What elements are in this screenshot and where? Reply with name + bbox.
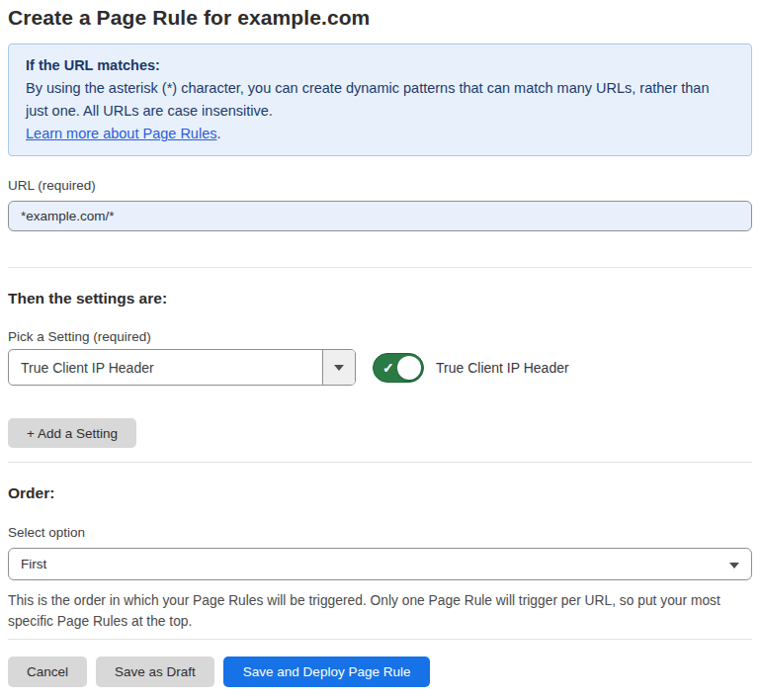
setting-dropdown[interactable]: True Client IP Header (8, 349, 356, 386)
url-input[interactable] (8, 201, 752, 231)
toggle-knob (397, 356, 421, 380)
save-as-draft-button[interactable]: Save as Draft (96, 656, 214, 687)
order-select-value: First (21, 557, 46, 571)
true-client-ip-toggle[interactable]: ✓ (373, 353, 424, 383)
info-box-body: By using the asterisk (*) character, you… (26, 77, 734, 123)
divider (8, 462, 752, 463)
order-select[interactable]: First (8, 548, 752, 580)
footer-actions: Cancel Save as Draft Save and Deploy Pag… (8, 656, 752, 687)
toggle-setting-label: True Client IP Header (436, 360, 569, 376)
save-and-deploy-button[interactable]: Save and Deploy Page Rule (223, 656, 431, 687)
settings-section-heading: Then the settings are: (8, 291, 752, 306)
order-section-heading: Order: (8, 485, 752, 501)
url-matches-info-box: If the URL matches: By using the asteris… (8, 44, 752, 156)
setting-dropdown-value: True Client IP Header (9, 350, 322, 385)
learn-more-link[interactable]: Learn more about Page Rules (26, 126, 216, 141)
info-box-heading: If the URL matches: (26, 54, 734, 77)
cancel-button[interactable]: Cancel (8, 656, 87, 687)
setting-row: True Client IP Header ✓ True Client IP H… (8, 349, 752, 386)
info-box-link-row: Learn more about Page Rules. (26, 123, 734, 145)
check-icon: ✓ (382, 360, 394, 374)
select-option-label: Select option (8, 526, 752, 540)
add-setting-button[interactable]: + Add a Setting (8, 418, 136, 448)
chevron-down-icon (729, 563, 739, 569)
chevron-down-icon (334, 365, 344, 371)
divider (8, 267, 752, 268)
pick-setting-label: Pick a Setting (required) (8, 330, 752, 344)
divider (8, 639, 752, 640)
create-page-rule-form: Create a Page Rule for example.com If th… (8, 6, 752, 687)
setting-dropdown-caret-button[interactable] (322, 350, 355, 385)
url-field-label: URL (required) (8, 179, 752, 193)
link-suffix-period: . (216, 126, 220, 141)
order-help-text: This is the order in which your Page Rul… (8, 590, 752, 632)
page-title: Create a Page Rule for example.com (8, 6, 752, 30)
